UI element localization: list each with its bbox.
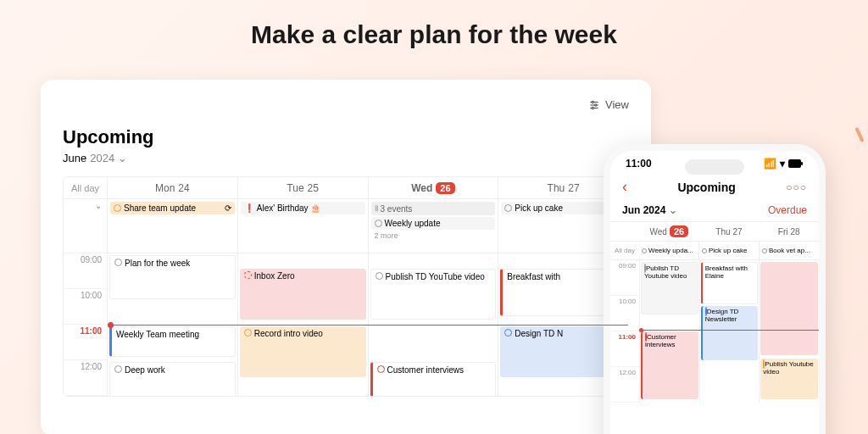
back-button[interactable]: ‹ bbox=[622, 178, 627, 196]
day-header-tue[interactable]: Tue 25 bbox=[238, 177, 369, 198]
time-label: 09:00 bbox=[64, 253, 107, 289]
allday-event[interactable]: ❗Alex' Birthday 🎂 bbox=[241, 202, 365, 214]
phone-month-selector[interactable]: Jun 2024 ⌄ bbox=[622, 204, 677, 216]
phone-time-label: 10:00 bbox=[610, 296, 639, 331]
svg-point-5 bbox=[592, 107, 593, 108]
day-column-wed[interactable]: ⦀3 events Weekly update 2 more Publish T… bbox=[369, 199, 499, 396]
calendar-event[interactable]: Weekly Team meeting bbox=[109, 326, 236, 357]
phone-event[interactable]: Design TD Newsletter bbox=[701, 306, 759, 360]
day-column-mon[interactable]: Share team update⟳ Plan for the week Wee… bbox=[108, 199, 238, 396]
phone-event[interactable]: Publish Youtube video bbox=[760, 359, 818, 399]
phone-time-label-now: 11:00 bbox=[610, 331, 639, 367]
wifi-icon: ▾ bbox=[780, 158, 785, 170]
overdue-button[interactable]: Overdue bbox=[768, 204, 807, 216]
phone-day-col-fri[interactable]: Publish Youtube video bbox=[759, 260, 819, 403]
allday-label: All day bbox=[64, 177, 108, 198]
time-label-now: 11:00 bbox=[64, 325, 107, 360]
svg-rect-7 bbox=[801, 162, 803, 165]
status-icons: 📶 ▾ bbox=[764, 158, 804, 170]
phone-event[interactable]: Breakfast with Elaine bbox=[701, 262, 759, 304]
calendar-event[interactable]: Customer interviews bbox=[370, 362, 497, 397]
phone-day-fri[interactable]: Fri28 bbox=[759, 222, 819, 241]
time-label: 10:00 bbox=[64, 289, 107, 325]
phone-day-col-wed[interactable]: Publish TD Youtube video Customer interv… bbox=[639, 260, 699, 403]
battery-icon bbox=[788, 159, 804, 168]
allday-summary[interactable]: ⦀3 events bbox=[371, 202, 496, 215]
month-label: June bbox=[63, 152, 86, 164]
phone-allday-label: All day bbox=[610, 242, 639, 259]
day-header-mon[interactable]: Mon 24 bbox=[108, 177, 238, 198]
chevron-down-icon: ⌄ bbox=[118, 152, 127, 164]
phone-mockup: 11:00 📶 ▾ ‹ Upcoming ○○○ Jun 2024 ⌄ Over… bbox=[604, 144, 826, 434]
year-label: 2024 bbox=[90, 152, 114, 164]
svg-rect-6 bbox=[788, 159, 801, 168]
phone-time: 11:00 bbox=[626, 158, 652, 170]
signal-icon: 📶 bbox=[764, 158, 776, 170]
phone-allday-event[interactable]: Weekly upda... bbox=[639, 242, 699, 259]
desktop-window: View Upcoming June 2024 ⌄ All day Mon 24… bbox=[41, 80, 651, 434]
calendar-grid: All day Mon 24 Tue 25 Wed 26 Thu 27 ⌄ 09… bbox=[63, 176, 629, 397]
calendar-event[interactable]: Deep work bbox=[109, 362, 236, 397]
page-headline: Make a clear plan for the week bbox=[0, 0, 868, 49]
time-label: 12:00 bbox=[64, 360, 107, 396]
svg-point-3 bbox=[592, 101, 593, 103]
calendar-event[interactable]: Publish TD YouTube video bbox=[370, 269, 497, 320]
day-header-wed[interactable]: Wed 26 bbox=[369, 177, 499, 198]
more-button[interactable]: ○○○ bbox=[786, 181, 807, 193]
day-column-tue[interactable]: ❗Alex' Birthday 🎂 Inbox Zero Record intr… bbox=[238, 199, 369, 396]
phone-allday-event[interactable]: Pick up cake bbox=[699, 242, 760, 259]
view-button[interactable]: View bbox=[588, 98, 629, 111]
phone-day-wed[interactable]: Wed26 bbox=[639, 222, 699, 241]
phone-page-title: Upcoming bbox=[677, 181, 735, 194]
allday-event[interactable]: Share team update⟳ bbox=[110, 202, 235, 214]
bars-icon: ⦀ bbox=[375, 203, 378, 214]
phone-day-thu[interactable]: Thu27 bbox=[699, 222, 760, 241]
phone-event[interactable]: Customer interviews bbox=[641, 331, 698, 399]
calendar-event[interactable]: Plan for the week bbox=[109, 255, 236, 299]
phone-time-label: 12:00 bbox=[610, 367, 639, 403]
allday-more[interactable]: 2 more bbox=[371, 231, 496, 240]
sliders-icon bbox=[588, 99, 600, 111]
phone-event[interactable] bbox=[760, 262, 818, 355]
phone-time-label: 09:00 bbox=[610, 260, 639, 296]
phone-allday-event[interactable]: Book vet ap... bbox=[760, 242, 819, 259]
phone-notch bbox=[685, 159, 744, 175]
allday-collapse[interactable]: ⌄ bbox=[64, 199, 107, 253]
chevron-down-icon: ⌄ bbox=[95, 201, 102, 210]
recurring-icon: ⟳ bbox=[225, 203, 231, 213]
svg-point-4 bbox=[595, 103, 597, 105]
calendar-event[interactable]: Record intro video bbox=[240, 326, 366, 377]
page-title: Upcoming bbox=[63, 126, 629, 148]
allday-event[interactable]: Weekly update bbox=[371, 217, 496, 230]
calendar-event[interactable]: Inbox Zero bbox=[240, 269, 366, 320]
month-selector[interactable]: June 2024 ⌄ bbox=[63, 152, 629, 164]
view-label: View bbox=[605, 98, 629, 111]
phone-day-col-thu[interactable]: Breakfast with Elaine Design TD Newslett… bbox=[699, 260, 760, 403]
phone-event[interactable]: Publish TD Youtube video bbox=[641, 262, 698, 314]
